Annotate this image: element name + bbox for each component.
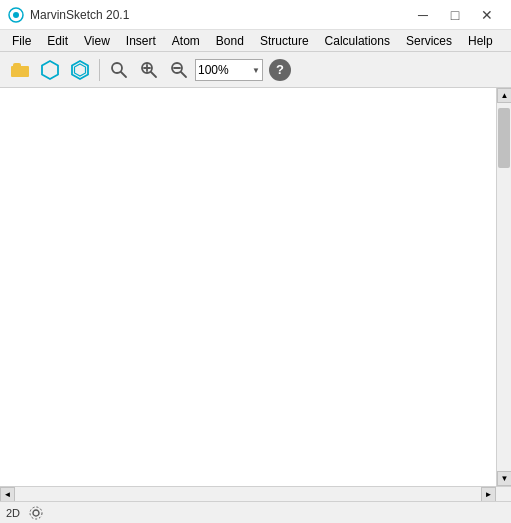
folder-icon [11,63,29,77]
window-controls: ─ □ ✕ [407,5,503,25]
benzene-icon [69,59,91,81]
menu-edit[interactable]: Edit [39,30,76,51]
menu-insert[interactable]: Insert [118,30,164,51]
menu-calculations[interactable]: Calculations [317,30,398,51]
minimize-button[interactable]: ─ [407,5,439,25]
svg-point-15 [30,507,42,519]
zoom-out-button[interactable] [165,56,193,84]
vertical-scrollbar: ▲ ▼ [496,88,511,486]
zoom-out-icon [170,61,188,79]
scrollbar-corner [496,487,511,502]
menu-services[interactable]: Services [398,30,460,51]
svg-marker-2 [42,61,58,79]
toolbar: 50% 75% 100% 125% 150% 200% ▼ ? [0,52,511,88]
status-icon-button[interactable] [28,505,44,521]
help-icon: ? [276,62,284,77]
bottom-bar: ◄ ► [0,486,511,501]
canvas-area[interactable] [0,88,496,486]
settings-status-icon [28,505,44,521]
svg-line-6 [121,72,126,77]
help-button[interactable]: ? [269,59,291,81]
horizontal-scrollbar: ◄ ► [0,487,496,501]
ring-icon [39,59,61,81]
scroll-track-vertical[interactable] [497,103,511,471]
svg-line-8 [151,72,156,77]
zoom-select-container: 50% 75% 100% 125% 150% 200% ▼ [195,59,263,81]
ring-structure-button[interactable] [36,56,64,84]
svg-marker-4 [75,64,86,76]
svg-point-1 [13,12,19,18]
zoom-select[interactable]: 50% 75% 100% 125% 150% 200% [195,59,263,81]
menu-structure[interactable]: Structure [252,30,317,51]
toolbar-separator-1 [99,59,100,81]
menu-help[interactable]: Help [460,30,501,51]
menu-view[interactable]: View [76,30,118,51]
menu-atom[interactable]: Atom [164,30,208,51]
scroll-down-arrow[interactable]: ▼ [497,471,511,486]
close-button[interactable]: ✕ [471,5,503,25]
title-bar: MarvinSketch 20.1 ─ □ ✕ [0,0,511,30]
window-title: MarvinSketch 20.1 [30,8,407,22]
scroll-thumb-vertical[interactable] [498,108,510,168]
svg-point-14 [33,510,39,516]
menu-bar: File Edit View Insert Atom Bond Structur… [0,30,511,52]
svg-line-12 [181,72,186,77]
menu-file[interactable]: File [4,30,39,51]
search-button[interactable] [105,56,133,84]
main-area: ▲ ▼ [0,88,511,486]
zoom-in-icon [140,61,158,79]
status-bar: 2D [0,501,511,523]
search-icon [110,61,128,79]
scroll-right-arrow[interactable]: ► [481,487,496,502]
scroll-left-arrow[interactable]: ◄ [0,487,15,502]
benzene-button[interactable] [66,56,94,84]
zoom-in-button[interactable] [135,56,163,84]
mode-label: 2D [6,507,20,519]
scroll-up-arrow[interactable]: ▲ [497,88,511,103]
open-button[interactable] [6,56,34,84]
maximize-button[interactable]: □ [439,5,471,25]
app-icon [8,7,24,23]
menu-bond[interactable]: Bond [208,30,252,51]
